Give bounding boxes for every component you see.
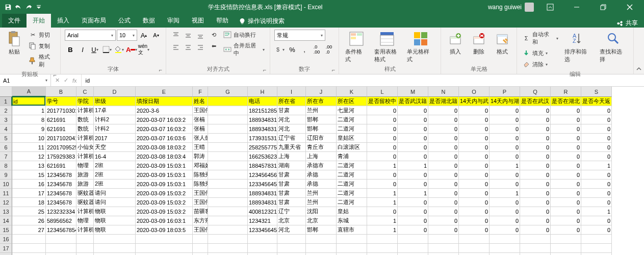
cell[interactable]: 所在区	[337, 97, 367, 106]
cell[interactable]	[208, 244, 248, 253]
col-header[interactable]: J	[306, 87, 337, 97]
cell[interactable]: 是否留校中	[367, 97, 398, 106]
cell[interactable]	[208, 225, 248, 235]
cell[interactable]: 166253623	[248, 152, 277, 161]
cell[interactable]	[208, 97, 248, 106]
cell[interactable]: 张楠	[193, 115, 208, 124]
cell[interactable]	[306, 253, 337, 255]
cell-styles-button[interactable]: 单元格样式	[405, 30, 436, 64]
cell[interactable]	[208, 235, 248, 244]
row-header[interactable]: 16	[0, 235, 12, 244]
cell[interactable]: 0	[367, 180, 398, 189]
tab-help[interactable]: 帮助	[210, 14, 235, 28]
bold-button[interactable]: B	[65, 44, 76, 55]
row-header[interactable]: 8	[0, 161, 12, 170]
cell[interactable]	[94, 253, 136, 255]
cell[interactable]: 计算机科学	[76, 134, 94, 143]
row-header[interactable]: 12	[0, 198, 12, 207]
row-header[interactable]: 18	[0, 253, 12, 255]
font-color-button[interactable]: A▾	[126, 44, 137, 55]
cell[interactable]: 2班	[94, 180, 136, 189]
cell[interactable]: 邯郸	[306, 225, 337, 235]
cell[interactable]: 2020-03-09 15:03:1	[136, 180, 193, 189]
cell[interactable]: 0	[428, 198, 459, 207]
cell[interactable]: 2020-03-07 16:03:6	[136, 134, 193, 143]
cell[interactable]: 2020-03-07 16:03:2	[136, 124, 193, 134]
cell[interactable]: 621691	[46, 161, 76, 170]
cell[interactable]: 0	[398, 207, 428, 216]
cell[interactable]: 188934831	[248, 189, 277, 198]
cell[interactable]: 13	[12, 161, 46, 170]
tell-me-search[interactable]: 操作说明搜索	[235, 15, 289, 28]
delete-cell-button[interactable]: 删除	[469, 30, 489, 57]
cell[interactable]: 1	[490, 161, 520, 170]
cell[interactable]: 0	[459, 170, 490, 180]
cell[interactable]	[367, 244, 398, 253]
cell[interactable]: 电话	[248, 97, 277, 106]
cell[interactable]: 0	[398, 115, 428, 124]
cell[interactable]: 承德	[306, 180, 337, 189]
cell[interactable]: 0	[551, 180, 581, 189]
cell[interactable]: 0	[459, 216, 490, 225]
cell[interactable]: 0	[581, 216, 612, 225]
cell[interactable]	[520, 244, 551, 253]
cell[interactable]	[193, 244, 208, 253]
merge-center-button[interactable]: 合并后居中▾	[222, 41, 266, 58]
cell[interactable]: 是否武汉籍	[398, 97, 428, 106]
col-header[interactable]: R	[551, 87, 581, 97]
cell[interactable]: 0	[428, 115, 459, 124]
cell[interactable]: 0	[581, 152, 612, 161]
cell[interactable]: 0	[520, 216, 551, 225]
cell[interactable]	[337, 235, 367, 244]
cell[interactable]: 188934831	[248, 198, 277, 207]
cell[interactable]	[581, 244, 612, 253]
cell[interactable]: 0	[428, 207, 459, 216]
cell[interactable]: 123345645	[248, 225, 277, 235]
align-middle-button[interactable]	[183, 30, 194, 41]
paste-button[interactable]: 粘贴	[4, 30, 24, 57]
tab-home[interactable]: 开始	[27, 14, 51, 28]
ribbon-options-icon[interactable]	[540, 0, 560, 14]
cell[interactable]: 0	[398, 225, 428, 235]
cell[interactable]	[12, 253, 46, 255]
cell[interactable]: 0	[398, 170, 428, 180]
col-header[interactable]: K	[337, 87, 367, 97]
cell[interactable]: 0	[490, 170, 520, 180]
cell[interactable]: 188934831	[248, 115, 277, 124]
cell[interactable]: 兰州	[306, 198, 337, 207]
cell[interactable]: 2017	[94, 134, 136, 143]
cell[interactable]: 2班	[94, 170, 136, 180]
cell[interactable]: 河北	[277, 225, 306, 235]
cell[interactable]: 王晴	[193, 143, 208, 152]
cell[interactable]	[398, 253, 428, 255]
cell[interactable]: 0	[520, 115, 551, 124]
fill-button[interactable]: 填充▾	[521, 48, 559, 58]
cell[interactable]: 0	[581, 198, 612, 207]
row-header[interactable]: 17	[0, 244, 12, 253]
cell[interactable]	[551, 235, 581, 244]
cell[interactable]: 0	[459, 124, 490, 134]
col-header[interactable]: O	[459, 87, 490, 97]
user-account[interactable]: wang guiwei	[488, 3, 534, 12]
row-header[interactable]: 13	[0, 207, 12, 216]
cell[interactable]: 王国伟	[193, 225, 208, 235]
cell[interactable]: 0	[490, 106, 520, 115]
cell[interactable]: 0	[459, 152, 490, 161]
cell[interactable]	[208, 253, 248, 255]
cell[interactable]: 请问	[94, 198, 136, 207]
col-header[interactable]: I	[277, 87, 306, 97]
cell[interactable]: 2017102041	[46, 134, 76, 143]
tab-insert[interactable]: 插入	[51, 14, 75, 28]
cell[interactable]: 0	[551, 161, 581, 170]
cell[interactable]: 陈独秀	[193, 180, 208, 189]
col-header[interactable]: D	[94, 87, 136, 97]
cell[interactable]	[208, 152, 248, 161]
format-painter-button[interactable]: 格式刷	[28, 52, 56, 69]
cell[interactable]: 2020-3-6	[136, 106, 193, 115]
cell[interactable]: 2020-03-08 18:03:4	[136, 152, 193, 161]
cell[interactable]: 0	[490, 198, 520, 207]
cell[interactable]: 0	[520, 134, 551, 143]
cell[interactable]: 王国伟	[193, 198, 208, 207]
cell[interactable]: 0	[367, 207, 398, 216]
cell[interactable]: 2020-03-09 18:03:5	[136, 225, 193, 235]
